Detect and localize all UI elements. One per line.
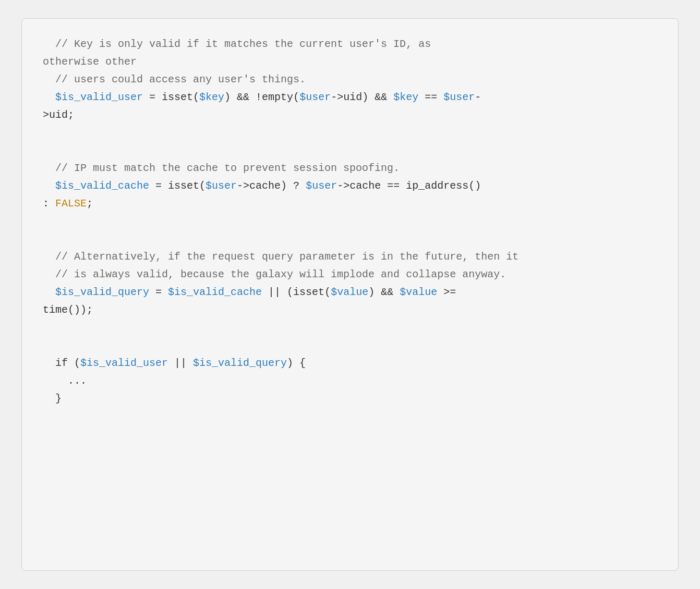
code-line	[43, 337, 657, 354]
code-line: }	[43, 390, 657, 408]
code-line	[43, 230, 657, 248]
code-line: ...	[43, 372, 657, 390]
code-line: >uid;	[43, 106, 657, 124]
code-line	[43, 142, 657, 159]
code-line: // users could access any user's things.	[43, 71, 657, 89]
code-line: otherwise other	[43, 53, 657, 71]
code-line	[43, 213, 657, 230]
code-line: $is_valid_user = isset($key) && !empty($…	[43, 89, 657, 106]
code-line	[43, 124, 657, 142]
code-block: // Key is only valid if it matches the c…	[43, 35, 657, 408]
code-line: $is_valid_cache = isset($user->cache) ? …	[43, 177, 657, 195]
code-line: // is always valid, because the galaxy w…	[43, 266, 657, 284]
code-line: : FALSE;	[43, 195, 657, 213]
code-line: time());	[43, 301, 657, 319]
code-line: // Alternatively, if the request query p…	[43, 248, 657, 266]
code-line: // Key is only valid if it matches the c…	[43, 35, 657, 53]
code-line: // IP must match the cache to prevent se…	[43, 159, 657, 177]
code-line: $is_valid_query = $is_valid_cache || (is…	[43, 284, 657, 301]
code-container: // Key is only valid if it matches the c…	[21, 18, 679, 571]
code-line: if ($is_valid_user || $is_valid_query) {	[43, 354, 657, 372]
code-line	[43, 319, 657, 337]
